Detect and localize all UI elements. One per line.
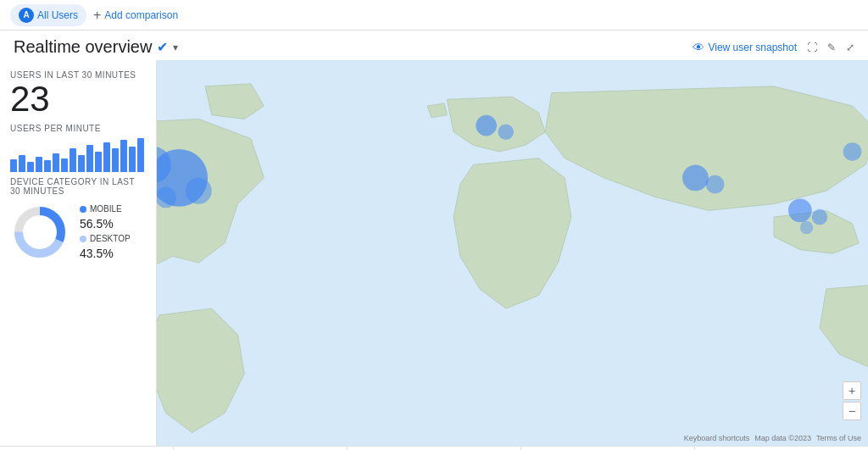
svg-point-13 bbox=[788, 198, 812, 222]
check-icon: ✔ bbox=[157, 39, 168, 55]
zoom-in-button[interactable]: + bbox=[843, 381, 861, 400]
chip-label: All Users bbox=[37, 9, 78, 21]
map-data-credit: Map data ©2023 bbox=[754, 434, 811, 442]
top-nav: A All Users + Add comparison bbox=[0, 0, 868, 31]
panel-page-title: Views by Page title and screen name #1 S… bbox=[348, 447, 521, 450]
mobile-pct: 56.5% bbox=[80, 217, 131, 231]
upm-label: USERS PER MINUTE bbox=[10, 124, 146, 133]
svg-point-10 bbox=[498, 125, 515, 141]
svg-point-11 bbox=[682, 164, 709, 191]
left-panel: USERS IN LAST 30 MINUTES 23 USERS PER MI… bbox=[0, 60, 157, 446]
snapshot-icon: 👁 bbox=[693, 41, 704, 54]
plus-icon: + bbox=[93, 8, 101, 23]
users-value: 23 bbox=[10, 81, 146, 117]
desktop-dot bbox=[80, 236, 86, 242]
svg-point-14 bbox=[812, 209, 828, 225]
fullscreen-icon[interactable]: ⛶ bbox=[807, 42, 817, 53]
mobile-legend-item: MOBILE bbox=[80, 204, 131, 214]
svg-point-12 bbox=[706, 175, 725, 194]
bottom-panels: Users by First user source ▾ #1 google 4… bbox=[0, 446, 868, 450]
add-comparison-button[interactable]: + Add comparison bbox=[93, 8, 178, 23]
panel-audience: Users ▾ by Audience #1 All Users 23 24.2… bbox=[174, 447, 348, 450]
svg-point-15 bbox=[800, 221, 813, 234]
map-footer: Keyboard shortcuts Map data ©2023 Terms … bbox=[684, 434, 861, 442]
desktop-pct: 43.5% bbox=[80, 247, 131, 260]
main-content: USERS IN LAST 30 MINUTES 23 USERS PER MI… bbox=[0, 60, 868, 446]
device-legend: MOBILE 56.5% DESKTOP 43.5% bbox=[80, 204, 131, 260]
header-actions: 👁 View user snapshot ⛶ ✎ ⤢ bbox=[693, 41, 854, 54]
device-label: DEVICE CATEGORY IN LAST 30 MINUTES bbox=[10, 177, 146, 196]
device-donut-chart bbox=[10, 203, 70, 262]
share-icon[interactable]: ⤢ bbox=[846, 42, 854, 53]
panel-event-count: Event count by Event name #1 page_view 5… bbox=[521, 447, 695, 450]
svg-point-9 bbox=[476, 115, 497, 136]
page-title: Realtime overview ✔ ▾ bbox=[14, 37, 178, 57]
terms-of-use[interactable]: Terms of Use bbox=[816, 434, 861, 442]
zoom-out-button[interactable]: − bbox=[843, 402, 861, 420]
panel-conversions: Conversions by Event name #1 first_visit… bbox=[695, 447, 868, 450]
view-snapshot-button[interactable]: 👁 View user snapshot bbox=[693, 41, 797, 54]
page-header: Realtime overview ✔ ▾ 👁 View user snapsh… bbox=[0, 31, 868, 60]
edit-icon[interactable]: ✎ bbox=[827, 42, 836, 53]
mobile-dot bbox=[80, 206, 86, 213]
panel-first-user-source: Users by First user source ▾ #1 google 4… bbox=[0, 447, 174, 450]
map-area: + − Keyboard shortcuts Map data ©2023 Te… bbox=[157, 60, 868, 446]
donut-section: MOBILE 56.5% DESKTOP 43.5% bbox=[10, 203, 146, 262]
desktop-label: DESKTOP bbox=[90, 234, 131, 243]
map-controls: + − bbox=[843, 381, 861, 420]
svg-point-6 bbox=[186, 178, 212, 204]
users-per-minute-chart bbox=[10, 138, 146, 172]
desktop-legend-item: DESKTOP bbox=[80, 234, 131, 243]
world-map bbox=[157, 60, 868, 446]
svg-point-16 bbox=[843, 142, 862, 161]
all-users-chip[interactable]: A All Users bbox=[10, 4, 86, 26]
donut-container: MOBILE 56.5% DESKTOP 43.5% bbox=[10, 203, 146, 262]
keyboard-shortcuts[interactable]: Keyboard shortcuts bbox=[684, 434, 750, 442]
chevron-down-icon[interactable]: ▾ bbox=[173, 42, 178, 53]
mobile-label: MOBILE bbox=[90, 204, 122, 214]
avatar: A bbox=[19, 8, 34, 23]
